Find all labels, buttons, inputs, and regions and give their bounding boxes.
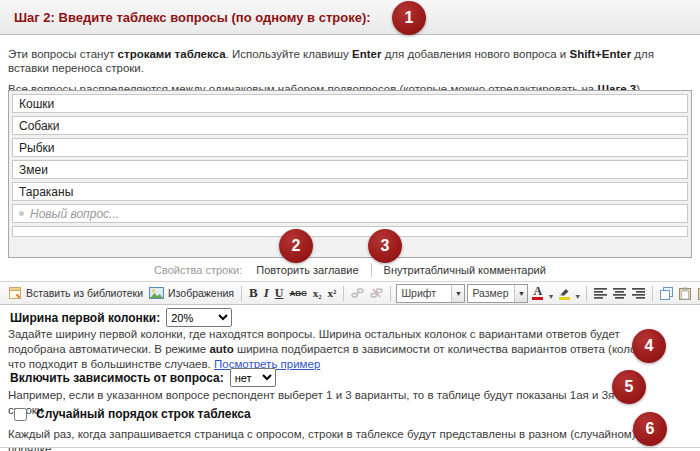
first-column-width-description: Задайте ширину первой колонки, где наход…	[8, 327, 672, 372]
chevron-down-icon: ▼	[514, 285, 527, 302]
chevron-down-icon[interactable]: ▼	[547, 293, 554, 300]
copy-button[interactable]	[657, 286, 676, 301]
font-select-value: Шрифт	[397, 285, 451, 302]
question-row[interactable]: Рыбки	[12, 138, 688, 157]
page-title: Шаг 2: Введите таблекс вопросы (по одном…	[14, 10, 371, 25]
repeat-heading-link[interactable]: Повторить заглавие	[256, 264, 358, 276]
question-row-empty	[12, 226, 688, 237]
first-column-width-select[interactable]: 20%	[166, 308, 232, 327]
copy-icon	[660, 287, 673, 300]
italic-button[interactable]: I	[261, 284, 272, 302]
underline-button[interactable]: U	[272, 285, 287, 302]
random-order-row: Случайный порядок строк таблекса	[14, 407, 251, 421]
images-button[interactable]: Изображения	[146, 286, 237, 300]
divider	[241, 286, 242, 301]
size-select[interactable]: Размер ▼	[467, 284, 528, 303]
question-row[interactable]: Тараканы	[12, 182, 688, 201]
divider	[586, 286, 587, 301]
font-select[interactable]: Шрифт ▼	[396, 284, 465, 303]
paste-from-word-button[interactable]: T	[695, 286, 700, 301]
callout-badge-1: 1	[392, 1, 426, 35]
dependency-row: Включить зависимость от вопроса: нет	[10, 368, 276, 387]
insert-from-library-label: Вставить из библиотеки	[26, 287, 143, 299]
chevron-down-icon: ▼	[451, 285, 464, 302]
unlink-icon	[370, 287, 383, 299]
text-bold: строками таблекса	[118, 48, 226, 60]
row-properties-label: Свойства строки:	[154, 264, 242, 276]
image-icon	[149, 287, 164, 299]
images-label: Изображения	[168, 287, 234, 299]
question-row[interactable]: Змеи	[12, 160, 688, 179]
align-left-icon	[594, 288, 607, 299]
divider	[0, 447, 700, 448]
questions-editor: Кошки Собаки Рыбки Змеи Тараканы Новый в…	[8, 90, 692, 258]
library-icon	[8, 286, 22, 300]
unlink-button[interactable]	[367, 286, 386, 300]
callout-badge-6: 6	[633, 412, 667, 446]
divider	[371, 263, 372, 277]
size-select-value: Размер	[468, 285, 514, 302]
text-bold: Shift+Enter	[569, 48, 631, 60]
table-question-step2-page: Шаг 2: Введите таблекс вопросы (по одном…	[0, 0, 700, 451]
question-row[interactable]: Кошки	[12, 94, 688, 113]
divider	[390, 286, 391, 301]
align-right-button[interactable]	[629, 287, 648, 300]
row-properties-bar: Свойства строки: Повторить заглавие Внут…	[8, 259, 692, 280]
callout-badge-4: 4	[632, 329, 666, 363]
paste-button[interactable]	[676, 286, 695, 301]
subscript-button[interactable]: x₂	[310, 286, 325, 300]
divider	[343, 286, 344, 301]
highlighter-icon	[558, 287, 570, 296]
text-color-bar	[532, 297, 543, 300]
paste-icon	[679, 287, 692, 300]
strikethrough-button[interactable]: ABC	[286, 288, 309, 299]
text: . Используйте клавишу	[226, 48, 353, 60]
align-right-icon	[632, 288, 645, 299]
instruction-line-1: Эти вопросы станут строками таблекса. Ис…	[8, 47, 660, 75]
table-comment-link[interactable]: Внутритабличный комментарий	[384, 264, 546, 276]
text-bold: auto	[209, 343, 233, 355]
highlight-color-button[interactable]	[555, 286, 573, 301]
callout-badge-2: 2	[279, 229, 313, 263]
new-question-row[interactable]: Новый вопрос...	[12, 204, 688, 223]
dependency-select[interactable]: нет	[230, 368, 276, 387]
random-order-checkbox[interactable]	[14, 408, 27, 421]
chevron-down-icon[interactable]: ▼	[574, 293, 581, 300]
align-center-icon	[613, 288, 626, 299]
superscript-button[interactable]: x²	[325, 286, 340, 300]
text: Эти вопросы станут	[8, 48, 118, 60]
text-bold: Enter	[352, 48, 381, 60]
text: для добавления нового вопроса и	[381, 48, 569, 60]
first-column-width-label: Ширина первой колонки:	[10, 311, 160, 325]
callout-badge-3: 3	[368, 229, 402, 263]
text-color-button[interactable]: A	[529, 285, 546, 301]
random-order-label: Случайный порядок строк таблекса	[36, 407, 251, 421]
question-row[interactable]: Собаки	[12, 116, 688, 135]
link-button[interactable]	[348, 286, 367, 300]
richtext-toolbar: Вставить из библиотеки Изображения B I U…	[0, 281, 700, 305]
bold-button[interactable]: B	[246, 284, 261, 302]
add-question-bullet-icon	[19, 211, 24, 216]
align-center-button[interactable]	[610, 287, 629, 300]
text-color-glyph: A	[534, 286, 543, 296]
callout-badge-5: 5	[612, 370, 646, 404]
align-left-button[interactable]	[591, 287, 610, 300]
divider	[652, 286, 653, 301]
link-icon	[351, 287, 364, 299]
step-header: Шаг 2: Введите таблекс вопросы (по одном…	[0, 0, 700, 35]
dependency-label: Включить зависимость от вопроса:	[10, 371, 224, 385]
highlight-color-bar	[559, 297, 570, 300]
insert-from-library-button[interactable]: Вставить из библиотеки	[5, 285, 146, 301]
first-column-width-row: Ширина первой колонки: 20%	[10, 308, 232, 327]
new-question-placeholder: Новый вопрос...	[30, 207, 119, 221]
